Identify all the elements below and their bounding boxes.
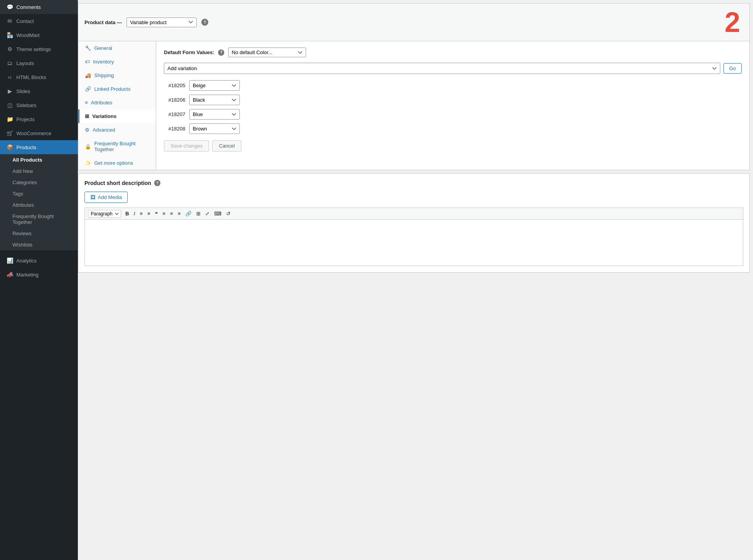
product-data-label: Product data —	[84, 19, 122, 25]
sidebar-item-label: Slides	[16, 88, 30, 94]
add-variation-select[interactable]: Add variation Create variations from all…	[164, 63, 720, 74]
variation-color-select-18205[interactable]: Beige Black Blue Brown	[189, 80, 240, 91]
product-data-panel: Product data — Variable product Simple p…	[78, 3, 750, 170]
advanced-icon: ⚙	[85, 127, 90, 133]
marketing-icon: 📣	[6, 271, 13, 278]
sidebar-item-label: Projects	[16, 116, 35, 122]
tab-label: Attributes	[91, 100, 113, 106]
ordered-list-button[interactable]: ≡	[146, 210, 153, 218]
sidebar-sub-all-products[interactable]: All Products	[0, 154, 78, 166]
contact-icon: ✉	[6, 18, 13, 24]
go-button[interactable]: Go	[723, 63, 742, 74]
fullscreen-button[interactable]: ⤢	[203, 210, 211, 218]
sidebar-item-label: Comments	[16, 4, 41, 10]
add-media-button[interactable]: 🖼 Add Media	[84, 192, 128, 203]
sidebar-item-contact[interactable]: ✉ Contact	[0, 14, 78, 28]
comments-icon: 💬	[6, 4, 13, 10]
unordered-list-button[interactable]: ≡	[138, 210, 145, 218]
variation-item-18206: #18206 Beige Black Blue Brown	[164, 95, 742, 105]
link-button[interactable]: 🔗	[183, 210, 194, 218]
sidebar: 💬 Comments ✉ Contact 🏪 WoodMart ⚙ Theme …	[0, 0, 78, 560]
sidebar-item-projects[interactable]: 📁 Projects	[0, 112, 78, 126]
help-icon[interactable]: ?	[201, 19, 208, 26]
tab-frequently-bought[interactable]: 🔒 Frequently Bought Together	[78, 137, 156, 156]
table-button[interactable]: ⊞	[194, 210, 202, 218]
woocommerce-icon: 🛒	[6, 130, 13, 136]
align-right-button[interactable]: ≡	[176, 210, 183, 218]
analytics-icon: 📊	[6, 257, 13, 264]
sidebar-item-html-blocks[interactable]: ‹› HTML Blocks	[0, 70, 78, 84]
sidebar-item-sidebars[interactable]: ◫ Sidebars	[0, 98, 78, 112]
short-desc-help-icon[interactable]: ?	[154, 180, 160, 186]
theme-settings-icon: ⚙	[6, 46, 13, 52]
shipping-icon: 🚚	[85, 72, 91, 78]
sidebar-sub-wishlists[interactable]: Wishlists	[0, 239, 78, 250]
sidebar-item-comments[interactable]: 💬 Comments	[0, 0, 78, 14]
woodmart-icon: 🏪	[6, 32, 13, 38]
sidebar-item-label: Marketing	[16, 272, 39, 278]
sidebar-sub-add-new[interactable]: Add New	[0, 166, 78, 177]
sidebar-sub-categories[interactable]: Categories	[0, 177, 78, 188]
variation-item-18208: #18208 Beige Black Blue Brown	[164, 123, 742, 134]
tab-label: Get more options	[94, 160, 133, 166]
products-icon: 📦	[6, 144, 13, 150]
bold-button[interactable]: B	[123, 210, 131, 218]
product-type-select[interactable]: Variable product Simple product Grouped …	[127, 18, 197, 27]
save-changes-button[interactable]: Save changes	[164, 140, 209, 151]
sidebar-item-theme-settings[interactable]: ⚙ Theme settings	[0, 42, 78, 56]
tab-label: Shipping	[94, 72, 114, 78]
sidebar-item-label: Layouts	[16, 60, 34, 66]
variation-color-select-18206[interactable]: Beige Black Blue Brown	[189, 95, 240, 105]
short-desc-title: Product short description ?	[84, 180, 743, 186]
variation-color-select-18208[interactable]: Beige Black Blue Brown	[189, 123, 240, 134]
layouts-icon: 🗂	[6, 60, 13, 66]
tab-attributes[interactable]: ≡ Attributes	[78, 96, 156, 109]
align-center-button[interactable]: ≡	[168, 210, 175, 218]
cancel-button[interactable]: Cancel	[212, 140, 241, 151]
sidebar-item-marketing[interactable]: 📣 Marketing	[0, 268, 78, 282]
editor-area[interactable]	[84, 219, 743, 266]
sidebar-item-woodmart[interactable]: 🏪 WoodMart	[0, 28, 78, 42]
tab-variations[interactable]: ⊞ Variations	[78, 109, 156, 123]
tab-linked-products[interactable]: 🔗 Linked Products	[78, 82, 156, 96]
sidebar-item-products[interactable]: 📦 Products	[0, 140, 78, 154]
sidebar-item-woocommerce[interactable]: 🛒 WooCommerce	[0, 126, 78, 140]
sidebar-sub-frequently-bought[interactable]: Frequently Bought Together	[0, 211, 78, 228]
blockquote-button[interactable]: ❝	[153, 210, 160, 218]
sidebar-item-analytics[interactable]: 📊 Analytics	[0, 254, 78, 268]
tab-label: Variations	[92, 113, 116, 119]
tab-inventory[interactable]: 🏷 Inventory	[78, 55, 156, 69]
variations-tab-content: Default Form Values: ? No default Color.…	[156, 41, 749, 170]
tab-general[interactable]: 🔧 General	[78, 41, 156, 55]
product-data-header: Product data — Variable product Simple p…	[78, 4, 749, 41]
variation-color-select-18207[interactable]: Beige Black Blue Brown	[189, 109, 240, 120]
sidebar-sub-attributes[interactable]: Attributes	[0, 199, 78, 211]
sidebar-sub-tags[interactable]: Tags	[0, 188, 78, 199]
sidebar-item-label: WooCommerce	[16, 130, 51, 136]
sidebar-sub-reviews[interactable]: Reviews	[0, 228, 78, 239]
align-left-button[interactable]: ≡	[160, 210, 167, 218]
linked-products-icon: 🔗	[85, 86, 91, 92]
variations-icon: ⊞	[85, 113, 89, 119]
sidebar-item-label: Sidebars	[16, 102, 36, 108]
sidebar-item-slides[interactable]: ▶ Slides	[0, 84, 78, 98]
default-color-select[interactable]: No default Color... Beige Black Blue Bro…	[228, 48, 306, 57]
default-form-help-icon[interactable]: ?	[218, 49, 224, 56]
short-desc-title-text: Product short description	[84, 180, 151, 186]
tab-shipping[interactable]: 🚚 Shipping	[78, 69, 156, 82]
format-select[interactable]: Paragraph Heading 1 Heading 2 Heading 3 …	[88, 210, 121, 218]
inventory-icon: 🏷	[85, 59, 90, 65]
sidebar-item-label: Products	[16, 144, 36, 150]
undo-button[interactable]: ↺	[224, 210, 232, 218]
step-number: 2	[725, 8, 743, 36]
tab-get-more-options[interactable]: ✨ Get more options	[78, 156, 156, 170]
sidebar-item-label: Analytics	[16, 258, 37, 264]
general-icon: 🔧	[85, 45, 91, 51]
tab-advanced[interactable]: ⚙ Advanced	[78, 123, 156, 137]
sidebar-item-layouts[interactable]: 🗂 Layouts	[0, 56, 78, 70]
italic-button[interactable]: I	[132, 210, 137, 218]
sidebar-item-label: Contact	[16, 18, 34, 24]
html-blocks-icon: ‹›	[6, 74, 13, 80]
tab-label: Advanced	[93, 127, 115, 133]
keyboard-button[interactable]: ⌨	[212, 210, 223, 218]
